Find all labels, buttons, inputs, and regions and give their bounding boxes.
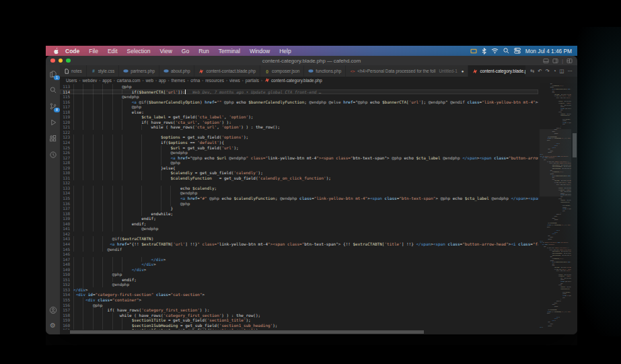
breadcrumb-item-cartana.com[interactable]: cartana.com <box>117 78 141 83</box>
sidebar-item-run-debug[interactable] <box>48 117 58 127</box>
sidebar-item-settings[interactable]: ⚙ <box>48 320 58 330</box>
tab-partners.php[interactable]: partners.php <box>119 65 159 77</box>
open-changes-icon[interactable]: ⇆ <box>530 68 534 74</box>
code-line[interactable]: 119 $cta_label = get_field('cta_label', … <box>60 114 538 120</box>
wifi-icon[interactable] <box>491 48 499 54</box>
code-line[interactable]: 130 $calendly = get_sub_field('calendly'… <box>60 170 538 176</box>
bluetooth-icon[interactable] <box>482 48 486 54</box>
sidebar-item-source-control[interactable]: 8 <box>48 101 58 111</box>
menu-item-terminal[interactable]: Terminal <box>214 48 245 54</box>
tab--h4-personal-data-processed-for-the-foll[interactable]: <><h4>Personal Data processed for the fo… <box>346 65 468 77</box>
menu-item-file[interactable]: File <box>84 48 103 54</box>
menu-item-view[interactable]: View <box>155 48 177 54</box>
code-line[interactable]: 151 endif; <box>60 277 538 283</box>
menu-item-edit[interactable]: Edit <box>103 48 122 54</box>
code-line[interactable]: 126 @endphp <box>60 150 538 155</box>
breadcrumb-item-partials[interactable]: partials <box>246 78 259 83</box>
code-line[interactable]: 146 <box>60 252 538 257</box>
breadcrumb-item-users[interactable]: Users <box>66 78 77 83</box>
code-line[interactable]: 138 endwhile; <box>60 211 538 217</box>
zoom-window-button[interactable] <box>66 59 71 63</box>
code-line[interactable]: 135 <a href="#" @php echo $calendlyFunct… <box>60 196 538 201</box>
sidebar-item-clock-extension[interactable] <box>48 149 58 159</box>
code-line[interactable]: 141 @endphp <box>60 226 538 231</box>
split-editor-icon[interactable]: ◫ <box>559 68 564 74</box>
code-line[interactable]: 128 @php <box>60 160 538 166</box>
code-line[interactable]: 113 @php <box>60 84 538 89</box>
breadcrumb-item-apps[interactable]: apps <box>102 78 112 83</box>
previous-change-icon[interactable]: ↶ <box>538 68 542 74</box>
code-line[interactable]: 116 <a @if($bannerCalendlyOption) href="… <box>60 100 538 105</box>
breadcrumb-item-themes[interactable]: themes <box>172 78 186 83</box>
code-line[interactable]: 161 $section1Content = get_sub_field('se… <box>60 328 538 330</box>
code-line[interactable]: 115 @endphp <box>60 94 538 100</box>
menu-item-go[interactable]: Go <box>177 48 194 54</box>
horizontal-scrollbar-thumb[interactable] <box>70 330 424 334</box>
code-line[interactable]: 123 $options = get_sub_field('options'); <box>60 135 538 140</box>
minimap[interactable]: @php if($bannerCTA['url']): @endphp <a @… <box>540 83 571 329</box>
breadcrumb-item-crtna[interactable]: crtna <box>190 78 200 83</box>
tab-style.css[interactable]: #style.css <box>87 65 120 77</box>
code-line[interactable]: 137 } <box>60 206 538 211</box>
code-line[interactable]: 114 if($bannerCTA['url']):Web Dev, 7 mon… <box>60 89 538 95</box>
code-line[interactable]: 131 $calendlyFunction = get_sub_field('c… <box>60 176 538 181</box>
blame-annotations-icon[interactable]: ◔ <box>553 68 556 74</box>
breadcrumb-item-webdev[interactable]: webdev <box>82 78 97 83</box>
code-line[interactable]: 156 @php <box>60 303 538 308</box>
tab-composer.json[interactable]: {}composer.json <box>260 65 304 77</box>
code-line[interactable]: 160 $section1SubHeading = get_sub_field(… <box>60 323 538 328</box>
code-line[interactable]: 136 @php <box>60 201 538 207</box>
sidebar-item-explorer[interactable]: 1 <box>48 69 58 79</box>
code-line[interactable]: 153</div> <box>60 287 538 293</box>
close-window-button[interactable] <box>50 59 55 63</box>
code-line[interactable]: 139 endif; <box>60 216 538 221</box>
code-line[interactable]: 152 @endphp <box>60 282 538 287</box>
control-center-icon[interactable] <box>514 48 521 54</box>
minimize-window-button[interactable] <box>59 59 63 63</box>
code-line[interactable]: 121 while ( have_rows('cta_url', 'option… <box>60 124 538 130</box>
code-line[interactable]: 148 </div> <box>60 262 538 267</box>
vertical-scrollbar[interactable] <box>573 83 577 329</box>
keyboard-input-icon[interactable] <box>470 48 477 54</box>
next-change-icon[interactable]: ↷ <box>546 68 550 74</box>
code-line[interactable]: 132 <box>60 180 538 186</box>
breadcrumb-item-app[interactable]: app <box>159 78 166 83</box>
tab-about.php[interactable]: about.php <box>159 65 194 77</box>
menu-bar-clock[interactable]: Mon Jul 4 1:46 PM <box>525 48 572 54</box>
code-line[interactable]: 159 $section1Title = get_sub_field('sect… <box>60 318 538 323</box>
code-line[interactable]: 142 <box>60 231 538 237</box>
code-line[interactable]: 118 else: <box>60 110 538 115</box>
tab-notes[interactable]: notes <box>60 65 87 77</box>
code-line[interactable]: 158 while ( have_rows('category_first_se… <box>60 313 538 318</box>
code-line[interactable]: 127 <a href="@php echo $url @endphp" cla… <box>60 155 538 161</box>
code-line[interactable]: 154 <div id="category-first-section" cla… <box>60 292 538 297</box>
tab-content-contact.blade.php[interactable]: content-contact.blade.php <box>194 65 260 77</box>
code-line[interactable]: 134 @endphp <box>60 190 538 196</box>
vertical-scrollbar-thumb[interactable] <box>573 133 577 157</box>
code-line[interactable]: 129 }else{ <box>60 166 538 171</box>
window-title-bar[interactable]: content-category.blade.php — cafehd.com … <box>46 56 577 65</box>
code-line[interactable]: 150 @php <box>60 272 538 277</box>
menu-item-help[interactable]: Help <box>275 48 295 54</box>
code-line[interactable]: 155 <div class="container"> <box>60 297 538 303</box>
horizontal-scrollbar[interactable] <box>70 330 536 334</box>
code-line[interactable]: 133 echo $calendly; <box>60 186 538 191</box>
code-editor[interactable]: 113 @php114 if($bannerCTA['url']):Web De… <box>60 83 577 334</box>
sidebar-item-search[interactable] <box>48 85 58 95</box>
code-line[interactable]: 143 @if($extraCTABTN) <box>60 236 538 242</box>
tab-functions.php[interactable]: functions.php <box>304 65 346 77</box>
menu-item-code[interactable]: Code <box>61 48 84 54</box>
code-line[interactable]: 140 endif; <box>60 221 538 227</box>
spotlight-search-icon[interactable] <box>503 48 509 54</box>
code-line[interactable]: 124 if($options == 'default'){ <box>60 140 538 145</box>
code-line[interactable]: 147 </div> <box>60 257 538 262</box>
code-line[interactable]: 122 <box>60 130 538 135</box>
sidebar-item-extensions[interactable] <box>48 133 58 143</box>
menu-item-run[interactable]: Run <box>194 48 214 54</box>
breadcrumb-item-resources[interactable]: resources <box>205 78 224 83</box>
code-line[interactable]: 157 if( have_rows('category_first_sectio… <box>60 307 538 313</box>
breadcrumb-item-web[interactable]: web <box>145 78 153 83</box>
code-line[interactable]: 149 </div> <box>60 267 538 272</box>
apple-logo-icon[interactable] <box>51 47 61 54</box>
code-line[interactable]: 120 if( have_rows('cta_url', 'option') )… <box>60 120 538 125</box>
